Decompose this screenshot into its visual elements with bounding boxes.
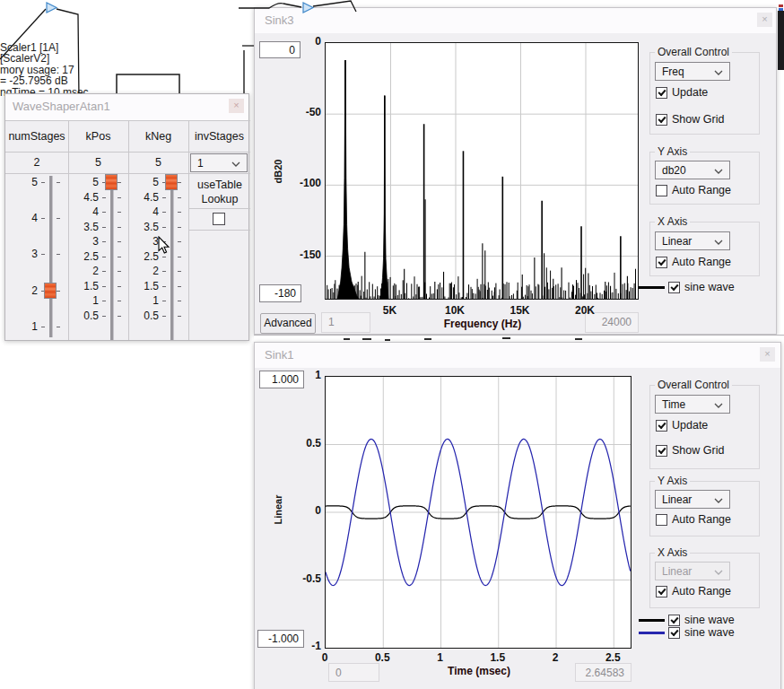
module-info-line: [ScalerV2] [0, 53, 89, 64]
column-header-kneg: kNeg [128, 130, 188, 143]
invstages-dropdown[interactable]: 1 [190, 153, 248, 172]
x-tick-label: 0.5 [366, 651, 398, 664]
slider-tick-mark [41, 218, 45, 219]
close-icon[interactable]: × [229, 99, 244, 113]
x-min-input[interactable]: 1 [321, 312, 370, 333]
slider-tick-label: 4 [0, 212, 38, 224]
x-max-input[interactable]: 2.64583 [575, 663, 632, 682]
x-mode-dropdown[interactable]: Linear [655, 231, 730, 250]
y-mode-value: Linear [662, 493, 692, 506]
slider-tick-mark [178, 316, 181, 317]
y-mode-dropdown[interactable]: Linear [655, 490, 730, 509]
chevron-down-icon [714, 240, 723, 245]
x-tick-label: 1.5 [482, 651, 514, 664]
slider-track[interactable] [110, 176, 114, 340]
slider-tick-mark [162, 227, 166, 228]
y-auto-range-checkbox[interactable] [656, 185, 667, 196]
kpos-value[interactable]: 5 [68, 156, 128, 169]
slider-tick-label: 1 [119, 294, 159, 307]
slider-track[interactable] [49, 176, 53, 337]
overall-mode-value: Time [662, 398, 685, 411]
slider-tick-mark [41, 254, 45, 255]
connection-wires-top [0, 0, 784, 14]
slider-tick-mark [178, 212, 181, 213]
overall-mode-dropdown[interactable]: Freq [655, 62, 730, 81]
sink3-plot-area [325, 42, 639, 300]
numstages-value[interactable]: 2 [5, 156, 68, 169]
update-checkbox[interactable] [656, 87, 667, 99]
x-mode-value: Linear [662, 565, 692, 578]
slider-tick-label: 4.5 [119, 191, 159, 204]
slider-tick-mark [57, 218, 60, 219]
slider-tick-label: 5 [119, 176, 159, 188]
slider-tick-mark [162, 316, 166, 317]
slider-tick-label: 2 [0, 284, 38, 297]
y-mode-dropdown[interactable]: db20 [655, 161, 730, 179]
advanced-button[interactable]: Advanced [260, 313, 316, 334]
overall-mode-dropdown[interactable]: Time [655, 395, 730, 414]
chevron-down-icon [714, 70, 723, 75]
slider-track[interactable] [170, 176, 174, 340]
slider-tick-mark [178, 257, 181, 257]
slider-tick-mark [102, 257, 106, 257]
legend-label: sine wave [684, 626, 735, 639]
slider-tick-label: 4.5 [59, 191, 99, 204]
y-min-input[interactable]: -180 [259, 284, 301, 302]
slider-tick-mark [102, 227, 106, 228]
chevron-down-icon [714, 570, 723, 575]
slider-tick-label: 1 [59, 294, 99, 307]
show-grid-checkbox[interactable] [656, 445, 667, 457]
slider-tick-mark [162, 301, 166, 301]
slider-tick-label: 3.5 [119, 221, 159, 233]
slider-tick-mark [41, 182, 45, 183]
x-tick-label: 15K [502, 304, 538, 317]
y-tick-label: -100 [291, 177, 321, 189]
slider-tick-mark [178, 182, 181, 183]
close-icon[interactable]: × [757, 13, 772, 27]
waveshaper-titlebar[interactable]: WaveShaperAtan1 × [5, 94, 248, 120]
x-tick-label: 20K [567, 304, 603, 317]
x-tick-label: 10K [437, 304, 473, 317]
slider-tick-mark [41, 327, 45, 327]
slider-tick-label: 3 [119, 235, 159, 248]
y-tick-label: -1 [291, 640, 321, 652]
x-auto-range-checkbox[interactable] [656, 257, 667, 268]
update-checkbox[interactable] [656, 420, 667, 432]
legend-line [639, 286, 665, 289]
slider-tick-mark [102, 271, 106, 272]
update-label: Update [672, 419, 708, 432]
slider-handle-numStages[interactable] [44, 283, 57, 299]
slider-tick-label: 0.5 [59, 310, 99, 322]
slider-tick-mark [178, 241, 181, 242]
show-grid-label: Show Grid [672, 444, 724, 457]
sink1-titlebar[interactable]: Sink1 × [255, 343, 780, 368]
x-min-input[interactable]: 0 [328, 663, 379, 682]
slider-tick-label: 2.5 [119, 250, 159, 263]
y-axis-caption: Linear [273, 490, 283, 529]
close-icon[interactable]: × [760, 347, 775, 362]
slider-tick-mark [102, 241, 106, 242]
legend-label: sine wave [684, 614, 735, 626]
y-axis-group-label: Y Axis [655, 475, 690, 487]
x-axis-label: Frequency (Hz) [411, 318, 554, 330]
x-mode-dropdown: Linear [655, 562, 730, 580]
slider-tick-label: 2 [119, 265, 159, 277]
show-grid-checkbox[interactable] [656, 114, 667, 126]
x-auto-range-label: Auto Range [672, 256, 731, 268]
usetable-lookup-checkbox[interactable] [213, 213, 225, 225]
slider-tick-label: 1.5 [119, 280, 159, 292]
x-auto-range-checkbox[interactable] [656, 586, 667, 597]
x-axis-group-label: X Axis [655, 215, 690, 228]
slider-handle-kNeg[interactable] [165, 174, 178, 190]
kneg-value[interactable]: 5 [128, 156, 188, 169]
legend-checkbox[interactable] [668, 615, 680, 626]
legend-checkbox[interactable] [668, 627, 680, 639]
y-tick-label: 1 [291, 369, 321, 381]
legend-checkbox[interactable] [668, 282, 680, 293]
slider-handle-kPos[interactable] [105, 174, 118, 190]
y-auto-range-checkbox[interactable] [656, 514, 667, 526]
slider-tick-mark [102, 301, 106, 301]
slider-tick-label: 4 [59, 205, 99, 218]
x-tick-label: 1 [424, 651, 457, 664]
slider-tick-mark [178, 197, 181, 198]
